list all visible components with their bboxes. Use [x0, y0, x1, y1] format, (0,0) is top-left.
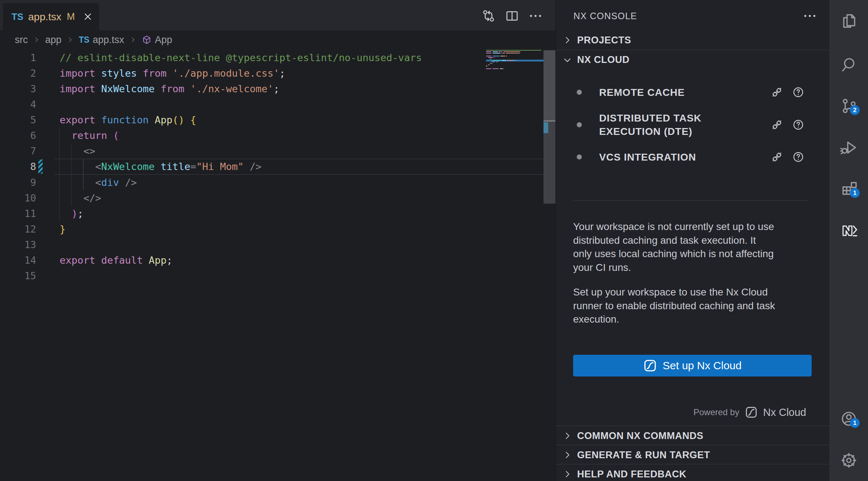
- overview-cursor-marker: [543, 120, 555, 122]
- section-help-and-feedback[interactable]: HELP AND FEEDBACK: [556, 464, 830, 481]
- search-icon: [840, 56, 858, 73]
- activity-item-extensions[interactable]: 1: [829, 179, 868, 198]
- line-number: 2: [0, 65, 36, 81]
- breadcrumb: srcappTSapp.tsxApp: [15, 30, 172, 49]
- minimap[interactable]: [486, 50, 546, 75]
- code-line-3[interactable]: 3import NxWelcome from './nx-welcome';: [0, 81, 543, 97]
- code-line-text: }: [60, 221, 65, 237]
- minimap-code-bar: [515, 60, 517, 61]
- activity-item-nx-console[interactable]: [829, 220, 868, 239]
- activity-item-search[interactable]: [829, 55, 868, 74]
- line-number: 14: [0, 252, 36, 268]
- code-editor[interactable]: 1// eslint-disable-next-line @typescript…: [0, 50, 555, 481]
- activity-item-settings[interactable]: [829, 451, 868, 470]
- section-common-nx-commands[interactable]: COMMON NX COMMANDS: [556, 426, 830, 446]
- minimap-code-bar: [493, 68, 499, 69]
- section-projects[interactable]: PROJECTS: [556, 30, 830, 50]
- help-icon[interactable]: [792, 86, 804, 98]
- code-line-7[interactable]: 7 <>: [0, 143, 543, 159]
- line-number: 15: [0, 268, 36, 284]
- code-line-5[interactable]: 5export function App() {: [0, 112, 543, 128]
- minimap-code-bar: [490, 59, 491, 59]
- help-icon[interactable]: [792, 119, 804, 131]
- setup-nx-cloud-button[interactable]: Set up Nx Cloud: [573, 355, 812, 376]
- minimap-slider[interactable]: [543, 50, 555, 120]
- code-line-9[interactable]: 9 <div />: [0, 175, 543, 190]
- help-icon[interactable]: [792, 151, 804, 163]
- status-dot-icon: [577, 90, 582, 95]
- editor-area: TS app.tsx M srcappTSapp.tsxApp 1// esli…: [0, 0, 555, 481]
- powered-by-brand[interactable]: Nx Cloud: [763, 406, 806, 418]
- split-editor-icon[interactable]: [505, 9, 519, 23]
- breadcrumb-label: app: [45, 34, 61, 46]
- minimap-code-bar: [486, 56, 491, 56]
- breadcrumb-item-app[interactable]: app: [45, 34, 61, 46]
- code-line-13[interactable]: 13: [0, 237, 543, 252]
- activity-item-account[interactable]: 1: [829, 409, 868, 428]
- section-label: GENERATE & RUN TARGET: [577, 450, 710, 461]
- nx-console-icon: [840, 221, 858, 238]
- close-tab-icon[interactable]: [82, 11, 93, 22]
- code-line-text: <>: [60, 143, 95, 159]
- code-line-text: <div />: [60, 175, 137, 190]
- files-icon: [840, 12, 858, 30]
- overview-modified-marker: [543, 122, 548, 133]
- code-line-2[interactable]: 2import styles from './app.module.css';: [0, 65, 543, 81]
- code-line-text: return (: [60, 128, 119, 143]
- minimap-code-bar: [506, 53, 519, 54]
- more-actions-icon[interactable]: [528, 9, 543, 23]
- section-nx-cloud[interactable]: NX CLOUD: [556, 50, 830, 69]
- code-line-15[interactable]: 15: [0, 268, 543, 284]
- tab-app-tsx[interactable]: TS app.tsx M: [3, 3, 99, 30]
- code-line-6[interactable]: 6 return (: [0, 128, 543, 143]
- minimap-code-bar: [496, 61, 498, 62]
- minimap-code-bar: [493, 51, 498, 52]
- code-line-4[interactable]: 4: [0, 97, 543, 112]
- section-generate-run-target[interactable]: GENERATE & RUN TARGET: [556, 445, 830, 465]
- breadcrumb-item-src[interactable]: src: [15, 34, 28, 46]
- line-number: 9: [0, 175, 36, 190]
- line-number: 13: [0, 237, 36, 252]
- breadcrumb-separator-icon: [129, 36, 137, 44]
- minimap-code-bar: [490, 63, 493, 64]
- line-number: 4: [0, 97, 36, 112]
- activity-item-run-debug[interactable]: [829, 138, 868, 157]
- editor-toolbar: [481, 9, 543, 23]
- powered-by-label: Powered by: [693, 407, 739, 417]
- minimap-code-bar: [502, 60, 506, 61]
- minimap-code-bar: [486, 65, 487, 66]
- code-line-text: </>: [60, 190, 101, 206]
- settings-gear-icon: [840, 452, 858, 469]
- breadcrumb-separator-icon: [66, 36, 74, 44]
- minimap-code-bar: [499, 51, 502, 52]
- panel-more-actions-icon[interactable]: [803, 9, 817, 23]
- breadcrumb-label: App: [155, 34, 172, 46]
- chevron-down-icon: [562, 55, 573, 65]
- badge-count: 2: [850, 105, 860, 115]
- code-line-8[interactable]: 8 <NxWelcome title="Hi Mom" />: [0, 159, 543, 174]
- line-number: 1: [0, 50, 36, 65]
- code-line-11[interactable]: 11 );: [0, 206, 543, 221]
- section-label: HELP AND FEEDBACK: [577, 469, 687, 480]
- connect-plug-icon[interactable]: [771, 119, 783, 131]
- chevron-right-icon: [562, 35, 573, 46]
- section-label: NX CLOUD: [577, 54, 629, 65]
- gutter-modified-marker: [38, 159, 43, 174]
- activity-item-explorer[interactable]: [829, 12, 868, 30]
- minimap-code-bar: [486, 51, 491, 52]
- open-changes-icon[interactable]: [481, 9, 496, 23]
- code-line-12[interactable]: 12}: [0, 221, 543, 237]
- breadcrumb-item-app[interactable]: App: [142, 34, 172, 46]
- code-line-text: );: [60, 206, 83, 221]
- activity-item-source-control[interactable]: 2: [829, 97, 868, 115]
- debug-icon: [840, 139, 858, 156]
- code-line-14[interactable]: 14export default App;: [0, 252, 543, 268]
- breadcrumb-item-apptsx[interactable]: TSapp.tsx: [79, 34, 124, 46]
- badge-count: 1: [850, 418, 860, 428]
- chevron-right-icon: [562, 469, 573, 480]
- connect-plug-icon[interactable]: [771, 151, 783, 163]
- code-line-10[interactable]: 10 </>: [0, 190, 543, 206]
- code-line-1[interactable]: 1// eslint-disable-next-line @typescript…: [0, 50, 543, 65]
- connect-plug-icon[interactable]: [771, 86, 783, 98]
- minimap-code-bar: [489, 64, 490, 65]
